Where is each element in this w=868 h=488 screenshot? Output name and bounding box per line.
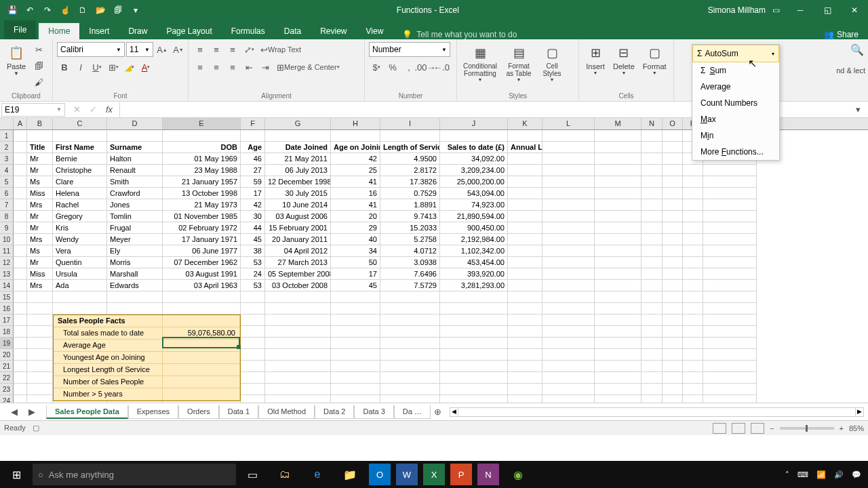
row-header[interactable]: 16 (0, 303, 14, 314)
cell[interactable] (642, 142, 663, 153)
cell[interactable]: 17 (241, 188, 265, 199)
cell[interactable] (265, 395, 331, 403)
cell[interactable] (440, 372, 508, 384)
cell[interactable] (703, 326, 757, 338)
cell[interactable]: 21 January 1957 (163, 176, 241, 188)
dec-indent-icon[interactable]: ⇤ (241, 60, 256, 75)
cell[interactable] (53, 130, 107, 142)
cell[interactable] (241, 395, 265, 403)
cell[interactable] (440, 303, 508, 314)
cell[interactable] (53, 291, 107, 303)
cell[interactable] (508, 303, 542, 314)
font-size-combo[interactable]: 11▼ (126, 42, 153, 57)
sheet-tab[interactable]: Data 2 (315, 405, 354, 419)
cell[interactable] (265, 349, 331, 361)
cell[interactable] (663, 211, 683, 222)
cell[interactable]: 21 May 1973 (163, 199, 241, 211)
cell[interactable] (380, 314, 440, 326)
cell[interactable] (595, 395, 642, 403)
cell[interactable]: 01 May 1969 (163, 153, 241, 165)
cell[interactable] (380, 326, 440, 338)
cell[interactable] (642, 165, 663, 176)
cell[interactable] (663, 395, 683, 403)
cell[interactable]: Clare (53, 176, 107, 188)
cell[interactable] (595, 142, 642, 153)
cell[interactable]: Frugal (107, 222, 163, 234)
col-header-D[interactable]: D (107, 118, 163, 129)
cell[interactable] (265, 130, 331, 142)
row-header[interactable]: 2 (0, 142, 14, 153)
autosum-count[interactable]: Count Numbers (692, 95, 779, 111)
cell[interactable] (14, 361, 27, 372)
cell[interactable]: 7.6496 (380, 268, 440, 280)
cell[interactable] (14, 130, 27, 142)
row-header[interactable]: 19 (0, 338, 14, 349)
conditional-formatting-button[interactable]: ▦Conditional Formatting▼ (461, 42, 499, 83)
cell[interactable] (703, 361, 757, 372)
cell[interactable] (440, 326, 508, 338)
cell[interactable]: Renault (107, 165, 163, 176)
cell[interactable] (14, 268, 27, 280)
cell[interactable] (703, 234, 757, 245)
cell[interactable] (663, 314, 683, 326)
number-format-combo[interactable]: Number▼ (369, 42, 450, 57)
open-icon[interactable]: 📂 (94, 3, 107, 17)
cell[interactable] (683, 395, 703, 403)
row-header[interactable]: 11 (0, 245, 14, 257)
cell[interactable] (642, 199, 663, 211)
cell[interactable] (595, 245, 642, 257)
volume-icon[interactable]: 🔊 (834, 470, 844, 479)
cell[interactable] (163, 291, 241, 303)
cell[interactable]: 01 November 1985 (163, 211, 241, 222)
cell[interactable] (380, 395, 440, 403)
cell[interactable] (380, 130, 440, 142)
cell[interactable] (642, 268, 663, 280)
cell[interactable] (642, 326, 663, 338)
cell[interactable] (703, 372, 757, 384)
cell[interactable] (241, 130, 265, 142)
cell[interactable] (508, 199, 542, 211)
cut-icon[interactable]: ✂ (31, 42, 46, 57)
cell[interactable] (595, 303, 642, 314)
cell[interactable] (508, 268, 542, 280)
cell[interactable] (27, 326, 53, 338)
cell[interactable] (331, 349, 380, 361)
cell[interactable]: 17 (331, 268, 380, 280)
cell[interactable]: 21,890,594.00 (440, 211, 508, 222)
cell[interactable] (683, 349, 703, 361)
cell[interactable]: Vera (53, 245, 107, 257)
minimize-button[interactable]: ─ (787, 0, 814, 20)
cell[interactable] (542, 199, 595, 211)
row-header[interactable]: 6 (0, 188, 14, 199)
cell[interactable] (508, 222, 542, 234)
borders-icon[interactable]: ⊞▾ (106, 60, 121, 75)
cell[interactable] (542, 384, 595, 395)
cell[interactable] (595, 338, 642, 349)
align-bottom-icon[interactable]: ≡ (225, 42, 240, 57)
insert-cells-button[interactable]: ⊞Insert▼ (583, 42, 608, 77)
cell[interactable] (703, 384, 757, 395)
cell[interactable] (27, 314, 53, 326)
cell[interactable] (14, 372, 27, 384)
cell[interactable] (542, 349, 595, 361)
cell[interactable] (508, 314, 542, 326)
cell[interactable] (595, 326, 642, 338)
merge-center-button[interactable]: ⊞ Merge & Center ▾ (274, 60, 342, 75)
col-header-B[interactable]: B (27, 118, 53, 129)
cell[interactable] (595, 188, 642, 199)
cell[interactable]: Meyer (107, 234, 163, 245)
cell[interactable]: 40 (331, 234, 380, 245)
align-left-icon[interactable]: ≡ (193, 60, 208, 75)
col-header-K[interactable]: K (508, 118, 542, 129)
cell[interactable] (508, 384, 542, 395)
wrap-text-button[interactable]: ↩ Wrap Text (258, 42, 304, 57)
cell[interactable]: Mr (27, 257, 53, 268)
cell[interactable] (683, 245, 703, 257)
cell[interactable] (508, 372, 542, 384)
expand-formula-bar-icon[interactable]: ▾ (850, 102, 865, 117)
col-header-E[interactable]: E (163, 118, 241, 129)
cell[interactable]: Date Joined (265, 142, 331, 153)
cell[interactable] (595, 130, 642, 142)
cell[interactable] (703, 211, 757, 222)
tab-draw[interactable]: Draw (119, 23, 157, 39)
